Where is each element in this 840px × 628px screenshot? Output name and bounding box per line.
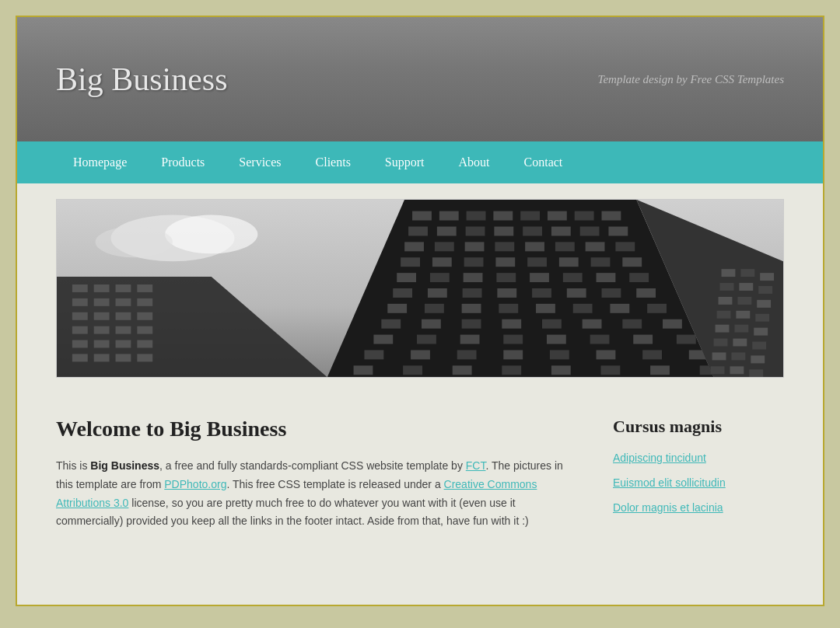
svg-rect-143 xyxy=(116,354,131,361)
fct-link[interactable]: FCT xyxy=(466,459,486,472)
svg-rect-56 xyxy=(425,304,444,313)
hero-image xyxy=(56,199,784,378)
svg-rect-141 xyxy=(72,354,88,361)
svg-rect-121 xyxy=(72,284,88,292)
svg-rect-30 xyxy=(615,242,635,251)
svg-rect-26 xyxy=(495,242,514,251)
svg-rect-113 xyxy=(752,342,766,350)
svg-rect-41 xyxy=(464,273,483,282)
svg-rect-97 xyxy=(740,269,754,277)
svg-rect-48 xyxy=(428,288,447,298)
svg-rect-42 xyxy=(496,273,516,282)
svg-rect-131 xyxy=(116,312,131,320)
svg-rect-123 xyxy=(116,284,131,292)
svg-rect-116 xyxy=(751,355,765,363)
svg-rect-109 xyxy=(734,325,748,333)
sidebar-link-item-1[interactable]: Adipiscing tincidunt xyxy=(613,451,784,465)
intro-text-1: This is xyxy=(56,459,90,472)
hero-section xyxy=(17,183,823,393)
nav-link-homepage[interactable]: Homepage xyxy=(56,141,144,183)
svg-rect-11 xyxy=(520,211,540,221)
nav-link-products[interactable]: Products xyxy=(144,141,222,183)
intro-text-4: . This free CSS template is released und… xyxy=(226,478,443,490)
nav-list: Homepage Products Services Clients Suppo… xyxy=(56,141,784,183)
svg-rect-19 xyxy=(523,227,542,236)
page-wrapper: Big Business Template design by Free CSS… xyxy=(16,16,824,606)
svg-rect-51 xyxy=(532,288,551,298)
sidebar-link-item-2[interactable]: Euismod elit sollicitudin xyxy=(613,476,784,490)
svg-rect-99 xyxy=(720,283,734,291)
nav-item-services[interactable]: Services xyxy=(222,141,298,183)
svg-rect-66 xyxy=(502,319,521,329)
svg-rect-64 xyxy=(422,319,441,329)
svg-rect-114 xyxy=(712,352,726,360)
nav-link-clients[interactable]: Clients xyxy=(299,141,368,183)
svg-rect-53 xyxy=(602,288,621,298)
svg-rect-43 xyxy=(530,273,549,282)
svg-rect-36 xyxy=(559,257,579,267)
sidebar-link-item-3[interactable]: Dolor magnis et lacinia xyxy=(613,501,784,515)
svg-rect-112 xyxy=(733,339,747,347)
nav-link-contact[interactable]: Contact xyxy=(507,141,580,183)
svg-rect-100 xyxy=(739,283,753,291)
svg-rect-118 xyxy=(730,366,744,374)
nav-link-services[interactable]: Services xyxy=(222,141,298,183)
svg-rect-105 xyxy=(717,311,731,319)
svg-rect-76 xyxy=(590,335,610,344)
svg-rect-28 xyxy=(555,242,575,251)
svg-rect-17 xyxy=(466,227,485,236)
svg-rect-55 xyxy=(387,304,407,313)
main-heading: Welcome to Big Business xyxy=(56,417,582,441)
svg-rect-91 xyxy=(551,365,571,375)
nav-item-support[interactable]: Support xyxy=(368,141,442,183)
svg-rect-74 xyxy=(503,335,523,344)
svg-rect-132 xyxy=(137,312,152,320)
svg-rect-35 xyxy=(527,257,547,267)
svg-rect-103 xyxy=(737,297,751,305)
sidebar-link-1[interactable]: Adipiscing tincidunt xyxy=(613,452,706,464)
svg-rect-111 xyxy=(714,339,728,347)
svg-rect-23 xyxy=(404,242,424,251)
svg-rect-84 xyxy=(597,350,616,359)
svg-rect-34 xyxy=(495,257,515,267)
pdphoto-link[interactable]: PDPhoto.org xyxy=(164,478,226,490)
svg-rect-73 xyxy=(460,335,480,344)
svg-rect-142 xyxy=(94,354,110,361)
svg-rect-72 xyxy=(417,335,436,344)
svg-rect-139 xyxy=(116,340,131,348)
sidebar-link-2[interactable]: Euismod elit sollicitudin xyxy=(613,476,726,489)
content-primary: Welcome to Big Business This is Big Busi… xyxy=(56,417,582,531)
svg-rect-93 xyxy=(650,365,670,375)
nav-item-contact[interactable]: Contact xyxy=(507,141,580,183)
svg-rect-89 xyxy=(453,365,472,375)
svg-rect-45 xyxy=(597,273,616,282)
svg-rect-122 xyxy=(94,284,110,292)
nav-item-products[interactable]: Products xyxy=(144,141,222,183)
svg-rect-119 xyxy=(749,369,763,377)
svg-rect-33 xyxy=(464,257,484,267)
svg-rect-77 xyxy=(633,335,653,344)
nav-link-about[interactable]: About xyxy=(442,141,507,183)
svg-rect-138 xyxy=(94,340,110,348)
svg-rect-20 xyxy=(551,227,571,236)
intro-text-2: , a free and fully standards-compliant C… xyxy=(159,459,466,472)
svg-rect-31 xyxy=(401,257,420,267)
svg-rect-87 xyxy=(354,365,373,375)
svg-rect-63 xyxy=(381,319,401,329)
svg-rect-27 xyxy=(525,242,544,251)
nav-item-clients[interactable]: Clients xyxy=(299,141,368,183)
svg-rect-44 xyxy=(563,273,583,282)
svg-rect-38 xyxy=(622,257,642,267)
sidebar-link-3[interactable]: Dolor magnis et lacinia xyxy=(613,501,723,514)
site-title: Big Business xyxy=(56,61,228,98)
nav-item-about[interactable]: About xyxy=(442,141,507,183)
svg-rect-101 xyxy=(758,286,772,294)
svg-rect-7 xyxy=(412,211,432,221)
svg-rect-82 xyxy=(503,350,523,359)
site-header: Big Business Template design by Free CSS… xyxy=(17,17,823,141)
nav-link-support[interactable]: Support xyxy=(368,141,442,183)
svg-rect-57 xyxy=(462,304,481,313)
svg-rect-110 xyxy=(754,328,768,336)
svg-rect-106 xyxy=(736,311,750,319)
nav-item-homepage[interactable]: Homepage xyxy=(56,141,144,183)
